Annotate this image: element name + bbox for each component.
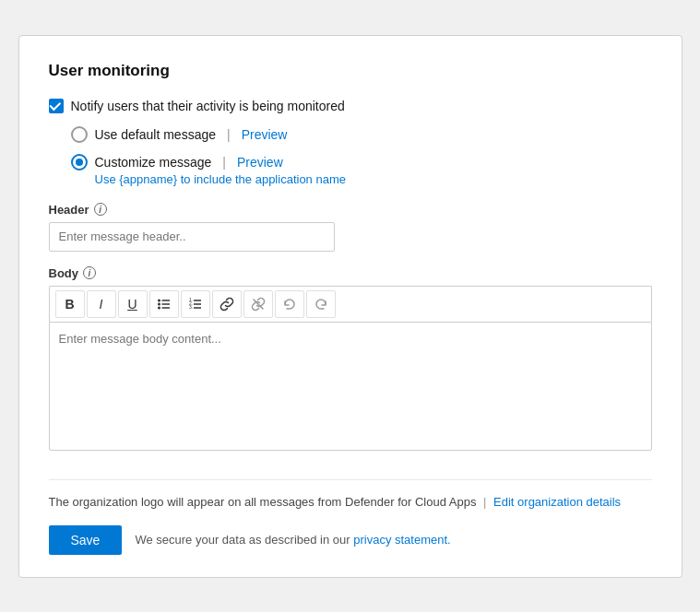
privacy-text: We secure your data as described in our … [135,533,450,547]
svg-point-0 [158,299,160,301]
link-button[interactable] [212,290,242,318]
default-preview-link[interactable]: Preview [242,127,288,142]
bold-button[interactable]: B [55,290,85,318]
underline-button[interactable]: U [118,290,148,318]
radio-default-label: Use default message [95,127,217,142]
header-input[interactable] [49,222,335,252]
unlink-button[interactable] [243,290,273,318]
svg-text:3.: 3. [189,304,193,310]
svg-line-12 [254,300,263,309]
notify-label: Notify users that their activity is bein… [71,99,345,113]
notify-row: Notify users that their activity is bein… [49,99,652,113]
header-section: Header i [49,203,652,252]
header-label: Header i [49,203,652,217]
notify-checkbox[interactable] [49,99,64,113]
body-textarea[interactable] [49,322,652,451]
header-info-icon[interactable]: i [94,203,107,216]
page-title: User monitoring [49,62,652,80]
redo-button[interactable] [306,290,336,318]
body-section: Body i B I U 1.2.3. [49,266,652,453]
customize-preview-link[interactable]: Preview [237,155,283,170]
radio-default-row: Use default message | Preview [71,126,652,143]
privacy-link[interactable]: privacy statement. [353,533,451,547]
main-card: User monitoring Notify users that their … [18,35,682,578]
radio-default[interactable] [71,126,88,143]
save-button[interactable]: Save [49,525,123,555]
radio-options: Use default message | Preview Customize … [71,126,652,186]
body-toolbar: B I U 1.2.3. [49,286,652,322]
svg-point-2 [158,302,160,305]
numbered-list-button[interactable]: 1.2.3. [181,290,210,318]
radio-customize[interactable] [71,154,88,171]
undo-button[interactable] [275,290,304,318]
italic-button[interactable]: I [87,290,116,318]
customize-hint: Use {appname} to include the application… [95,172,652,186]
footer-note: The organization logo will appear on all… [49,479,652,509]
edit-org-link[interactable]: Edit organization details [493,495,621,509]
body-info-icon[interactable]: i [83,266,96,279]
bottom-bar: Save We secure your data as described in… [49,525,652,555]
svg-point-4 [158,306,160,309]
bullet-list-button[interactable] [149,290,179,318]
radio-customize-label: Customize message [95,155,212,170]
body-label: Body i [49,266,652,280]
radio-customize-row: Customize message | Preview Use {appname… [71,154,652,186]
